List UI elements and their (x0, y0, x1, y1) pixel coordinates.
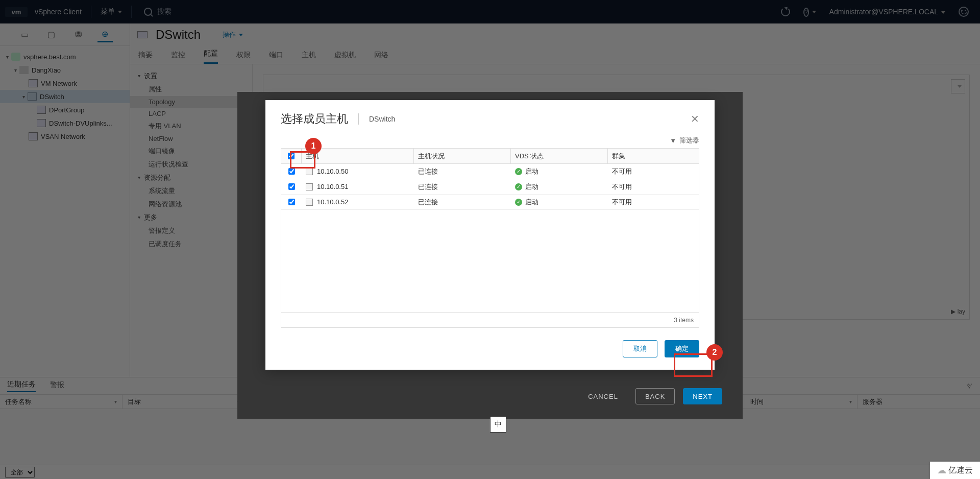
inventory-tree: ▾ vsphere.best.com ▾ DangXiao VM Network… (0, 46, 130, 147)
subnav-group[interactable]: ▸资源分配 (130, 171, 252, 184)
host-icon (306, 183, 313, 190)
tab-ports[interactable]: 端口 (269, 51, 283, 64)
subnav-item-topology[interactable]: Topology (130, 96, 252, 108)
row-checkbox[interactable] (288, 199, 295, 205)
chevron-down-icon (239, 34, 243, 36)
menu-dropdown[interactable]: 菜单 (101, 7, 122, 16)
subnav-item[interactable]: 运行状况检查 (130, 158, 252, 171)
host-row[interactable]: 10.10.0.52 已连接 ✓启动 不可用 (281, 195, 699, 210)
wizard-cancel-button[interactable]: CANCEL (579, 388, 627, 404)
tab-hosts[interactable]: 主机 (302, 51, 316, 64)
filter-label: 筛选器 (679, 136, 699, 145)
col-target[interactable]: 目标▾ (122, 395, 245, 409)
tab-vms[interactable]: 虚拟机 (334, 51, 356, 64)
ime-indicator: 中 (490, 416, 506, 433)
subnav-item[interactable]: 警报定义 (130, 224, 252, 237)
select-member-hosts-modal: 选择成员主机 DSwitch ✕ ▼ 筛选器 主机 主机状况 VDS 状态 群集… (265, 100, 715, 370)
hosts-view-icon[interactable]: ▭ (17, 27, 32, 42)
group-label-text: 资源分配 (144, 173, 170, 182)
wizard-back-button[interactable]: BACK (635, 388, 675, 404)
refresh-icon[interactable] (781, 7, 790, 16)
tree-item[interactable]: DPortGroup (0, 103, 130, 116)
subnav-item[interactable]: 端口镜像 (130, 145, 252, 158)
tree-label: VSAN Network (41, 133, 85, 140)
inventory-view-switcher: ▭ ▢ ⛃ ⊕ (0, 23, 130, 46)
search-area[interactable]: 搜索 (144, 7, 172, 16)
group-label-text: 设置 (144, 71, 157, 81)
item-count: 3 items (674, 317, 694, 324)
col-server[interactable]: 服务器 (857, 395, 980, 409)
tree-root[interactable]: ▾ vsphere.best.com (0, 50, 130, 63)
subnav-item[interactable]: 专用 VLAN (130, 119, 252, 133)
actions-dropdown[interactable]: 操作 (223, 30, 243, 39)
tab-monitor[interactable]: 监控 (171, 51, 185, 64)
col-vds-status[interactable]: VDS 状态 (511, 149, 608, 163)
feedback-icon[interactable] (959, 7, 969, 17)
host-row[interactable]: 10.10.0.50 已连接 ✓启动 不可用 (281, 164, 699, 179)
close-icon[interactable]: ✕ (691, 113, 699, 125)
host-ip: 10.10.0.52 (317, 198, 348, 206)
tab-permissions[interactable]: 权限 (236, 51, 251, 64)
divider (131, 6, 132, 18)
select-all-checkbox[interactable] (288, 153, 295, 159)
grid-body: 10.10.0.50 已连接 ✓启动 不可用 10.10.0.51 已连接 ✓启… (281, 164, 699, 312)
dvswitch-title-icon (137, 31, 148, 38)
vds-status: 启动 (525, 182, 538, 191)
wizard-next-button[interactable]: NEXT (683, 388, 722, 404)
chevron-down-icon (941, 11, 945, 14)
collapse-panel-icon[interactable]: ⩔ (966, 382, 973, 390)
tab-alarms[interactable]: 警报 (50, 380, 64, 392)
tree-datacenter[interactable]: ▾ DangXiao (0, 63, 130, 77)
row-checkbox[interactable] (288, 183, 295, 190)
host-status: 已连接 (414, 182, 511, 191)
subnav-group[interactable]: ▸更多 (130, 211, 252, 224)
subnav-group[interactable]: ▸设置 (130, 69, 252, 83)
vms-view-icon[interactable]: ▢ (44, 27, 59, 42)
cluster-value: 不可用 (608, 198, 699, 207)
select-all-cell[interactable] (281, 149, 302, 163)
tab-summary[interactable]: 摘要 (138, 51, 153, 64)
subnav-item[interactable]: 网络资源池 (130, 198, 252, 211)
filter-row[interactable]: ▼ 筛选器 (281, 136, 699, 145)
twisty-icon: ▸ (137, 75, 142, 78)
uplink-icon (37, 119, 46, 127)
storage-view-icon[interactable]: ⛃ (70, 27, 86, 42)
divider (91, 6, 91, 18)
tasks-filter-select[interactable]: 全部 (5, 467, 35, 478)
subnav-item[interactable]: 属性 (130, 83, 252, 96)
subnav-item[interactable]: LACP (130, 108, 252, 119)
menu-label: 菜单 (101, 7, 115, 15)
help-dropdown[interactable]: ? (803, 8, 816, 16)
tab-configure[interactable]: 配置 (204, 49, 218, 64)
user-menu[interactable]: Administrator@VSPHERE.LOCAL (829, 8, 945, 16)
inventory-panel: ▭ ▢ ⛃ ⊕ ▾ vsphere.best.com ▾ DangXiao VM… (0, 23, 130, 377)
tab-recent-tasks[interactable]: 近期任务 (7, 380, 36, 392)
subnav-item[interactable]: 系统流量 (130, 184, 252, 198)
col-label: 目标 (128, 397, 141, 406)
row-checkbox[interactable] (288, 168, 295, 175)
help-icon: ? (803, 8, 809, 17)
col-time[interactable]: 时间▾ (745, 395, 857, 409)
cancel-button[interactable]: 取消 (623, 340, 657, 357)
host-row[interactable]: 10.10.0.51 已连接 ✓启动 不可用 (281, 179, 699, 195)
col-host-status[interactable]: 主机状况 (414, 149, 511, 163)
app-name: vSphere Client (35, 8, 82, 16)
tree-item[interactable]: VM Network (0, 77, 130, 90)
col-cluster[interactable]: 群集 (608, 149, 699, 163)
panel-dropdown[interactable] (951, 79, 965, 93)
tree-label: DangXiao (32, 66, 61, 74)
col-label: 时间 (750, 397, 764, 406)
host-ip: 10.10.0.50 (317, 167, 348, 175)
page-title: DSwitch (156, 28, 201, 42)
tree-item-dswitch[interactable]: ▾ DSwitch (0, 90, 130, 103)
tree-item[interactable]: DSwitch-DVUplinks... (0, 116, 130, 130)
col-task-name[interactable]: 任务名称▾ (0, 395, 122, 409)
twisty-icon: ▾ (4, 54, 10, 60)
subnav-item[interactable]: 已调度任务 (130, 237, 252, 251)
tab-networks[interactable]: 网络 (374, 51, 388, 64)
networking-view-icon[interactable]: ⊕ (97, 27, 113, 42)
subnav-item[interactable]: NetFlow (130, 133, 252, 145)
tree-item[interactable]: VSAN Network (0, 130, 130, 143)
twisty-icon: ▸ (137, 177, 142, 179)
ok-button[interactable]: 确定 (665, 340, 699, 357)
